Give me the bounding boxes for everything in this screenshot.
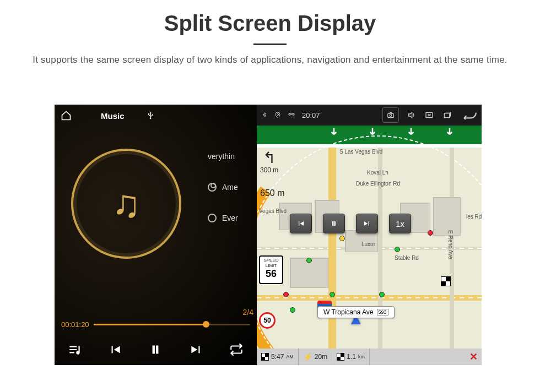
screenshot-icon[interactable] (382, 107, 399, 123)
nav-status-bar: 20:07 (257, 105, 482, 126)
speed-limit-sign: SPEED LIMIT 56 (259, 255, 283, 284)
traffic-light-icon (428, 230, 433, 236)
progress-bar[interactable] (94, 324, 250, 325)
recent-apps-icon[interactable] (442, 111, 452, 119)
lane-arrow-icon (444, 126, 457, 139)
music-app-label: Music (101, 111, 125, 121)
page-description: It supports the same screen display of t… (0, 53, 540, 67)
pause-icon[interactable] (148, 342, 163, 357)
sim-pause-button[interactable] (323, 214, 345, 233)
checkered-flag-icon (261, 353, 269, 361)
distance-value: 1.1 (347, 353, 356, 361)
track-meta: verythin Ame Ever (208, 152, 238, 222)
street-label: Stable Rd (395, 255, 419, 261)
road-koval (378, 148, 382, 349)
traffic-light-icon (306, 258, 312, 263)
traffic-light-icon (339, 236, 345, 241)
sim-prev-button[interactable] (290, 214, 312, 233)
map-area[interactable]: S Las Vegas Blvd Koval Ln Duke Ellington… (257, 148, 482, 349)
destination-flag-icon (441, 276, 451, 286)
sim-next-button[interactable] (356, 214, 378, 233)
speed-label-top: SPEED (260, 258, 282, 263)
title-underline (253, 43, 287, 45)
progress-thumb[interactable] (203, 321, 209, 328)
traffic-light-icon (330, 292, 335, 297)
elapsed-segment[interactable]: ⚡ 20m (299, 349, 332, 365)
checkered-flag-icon (337, 353, 344, 361)
traffic-light-icon (379, 292, 385, 297)
street-label: W Tropicana Ave (323, 308, 374, 316)
progress-fill (94, 324, 207, 325)
turn-left-icon: ↰ (260, 150, 278, 167)
bluetooth-icon (261, 111, 268, 119)
track-album: Ever (222, 214, 238, 222)
sim-controls: 1x (290, 214, 411, 233)
distance-segment[interactable]: 1.1 km (332, 349, 370, 365)
svg-rect-4 (444, 113, 449, 118)
street-label: E Reno Ave (447, 230, 453, 259)
track-title: verythin (208, 152, 235, 161)
street-label: les Rd (466, 214, 482, 220)
street-label: Vegas Blvd (259, 208, 287, 214)
repeat-icon[interactable] (229, 342, 244, 357)
navigation-pane: 20:07 (257, 105, 482, 365)
road-lasvegas-blvd (328, 148, 336, 349)
svg-point-0 (277, 114, 279, 116)
street-label: Luxor (361, 241, 375, 247)
eta-value: 5:47 (271, 353, 284, 361)
sim-speed-button[interactable]: 1x (389, 214, 411, 233)
track-artist: Ame (222, 183, 238, 192)
traffic-light-icon (395, 247, 400, 252)
street-label: S Las Vegas Blvd (339, 149, 382, 155)
playlist-icon[interactable] (68, 342, 82, 357)
back-icon[interactable] (463, 111, 477, 119)
speed-label-mid: LIMIT (260, 263, 282, 269)
distance-unit: km (358, 354, 365, 360)
music-topbar: Music (55, 105, 257, 127)
bolt-icon: ⚡ (303, 352, 312, 361)
eta-segment[interactable]: 5:47 AM (257, 349, 299, 365)
split-screen-device: Music ♫ verythin Ame Ever 2/4 00:01:20 (55, 105, 482, 365)
tropicana-pill: W Tropicana Ave 593 (317, 306, 395, 318)
volume-icon[interactable] (407, 111, 417, 119)
svg-rect-1 (388, 113, 394, 118)
traffic-light-icon (290, 307, 295, 313)
location-icon (274, 111, 281, 119)
artist-icon (208, 183, 217, 192)
close-app-icon[interactable] (424, 111, 434, 119)
traffic-light-icon (283, 292, 289, 297)
prev-track-icon[interactable] (108, 342, 122, 357)
turn-distance-large: 650 m (260, 188, 284, 198)
nav-bottom-bar: 5:47 AM ⚡ 20m 1.1 km ✕ (257, 349, 482, 365)
building-icon (433, 197, 461, 236)
turn-instruction: ↰ 300 m (260, 150, 278, 174)
speed-limit-value: 56 (260, 268, 282, 280)
track-count: 2/4 (243, 308, 253, 317)
status-time: 20:07 (302, 111, 320, 119)
home-icon[interactable] (60, 110, 72, 122)
road-tropicana (257, 295, 482, 301)
music-pane: Music ♫ verythin Ame Ever 2/4 00:01:20 (55, 105, 257, 365)
usb-icon[interactable] (144, 110, 156, 122)
music-note-icon: ♫ (112, 182, 141, 226)
svg-point-2 (390, 115, 392, 117)
next-track-icon[interactable] (189, 342, 203, 357)
nav-close-button[interactable]: ✕ (465, 351, 482, 363)
progress-row: 00:01:20 (61, 320, 250, 329)
music-controls (55, 334, 257, 365)
elapsed-time: 00:01:20 (61, 320, 89, 329)
route-tag: 593 (377, 309, 388, 315)
street-label: Koval Ln (367, 170, 388, 176)
turn-distance-small: 300 m (260, 166, 278, 174)
album-icon (208, 214, 217, 222)
page-title: Split Screen Display (0, 11, 540, 36)
elapsed-value: 20m (315, 353, 327, 361)
street-label: Duke Ellington Rd (356, 181, 400, 187)
speed-circle: 50 (259, 312, 276, 329)
wifi-icon (288, 111, 295, 119)
album-art-circle: ♫ (71, 149, 181, 259)
